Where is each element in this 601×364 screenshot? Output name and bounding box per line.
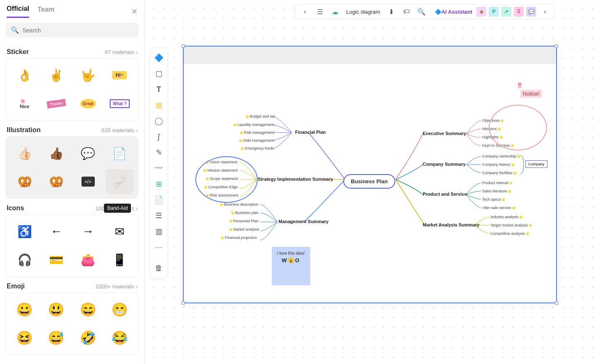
illustration-item[interactable]: 📄 [106, 141, 134, 166]
menu-icon[interactable]: ☰ [314, 5, 326, 18]
emoji-item[interactable]: 😁 [106, 297, 134, 322]
branch-financial[interactable]: Financial Plan [295, 130, 326, 135]
leaf[interactable]: Business plan [231, 211, 259, 215]
leaf[interactable]: Industry analysis [490, 215, 523, 219]
illustration-item[interactable]: 👍🏻 [10, 141, 39, 166]
mindmap-center[interactable]: Business Plan [343, 174, 395, 189]
leaf[interactable]: Company facilities [482, 171, 517, 175]
tool-arrow[interactable]: ↗ [501, 7, 511, 17]
icon-arrow-left[interactable]: ← [42, 219, 70, 244]
leaf[interactable]: Sales literature [482, 189, 512, 193]
canvas-titlebar[interactable] [184, 47, 556, 64]
emoji-item[interactable]: 😀 [10, 297, 39, 322]
branch-executive[interactable]: Executive Summary [423, 131, 466, 136]
emoji-item[interactable]: 😆 [10, 325, 39, 350]
tool-more-icon[interactable]: ⋯ [151, 240, 166, 255]
illustration-item[interactable]: 🥨 [10, 169, 39, 194]
icon-accessibility[interactable]: ♿ [10, 219, 39, 244]
emoji-item[interactable]: 😄 [74, 297, 102, 322]
illustration-item[interactable]: 💬 [74, 141, 102, 166]
leaf[interactable]: Risk assessment [205, 193, 238, 197]
sticker-item[interactable]: Thanks [42, 91, 70, 116]
icon-arrow-right[interactable]: → [74, 219, 102, 244]
leaf[interactable]: Risk management [239, 130, 274, 135]
close-icon[interactable]: ✕ [131, 7, 138, 16]
illustration-item[interactable]: </> [74, 169, 102, 194]
search-icon[interactable]: 🔍 [415, 5, 428, 18]
back-button[interactable]: ‹ [299, 5, 311, 18]
illustration-item[interactable]: 👍🏾 [42, 141, 70, 166]
leaf[interactable]: Budget and tax [245, 114, 275, 118]
sticky-note[interactable]: I love this idea! W😮O [272, 247, 310, 285]
leaf[interactable]: Keys to Success [482, 143, 515, 148]
illustration-item-bandaid[interactable]: 🩹 [106, 169, 134, 194]
sticker-item[interactable]: Great [74, 91, 102, 116]
branch-market[interactable]: Market Analysis Summary [423, 222, 480, 227]
leaf[interactable]: Company ownership [482, 154, 521, 158]
tool-trash-icon[interactable]: 🗑 [151, 261, 166, 275]
leaf[interactable]: Target market analysis [490, 223, 532, 227]
leaf[interactable]: Product manual [482, 181, 513, 185]
leaf[interactable]: Financial projection [220, 236, 257, 240]
leaf[interactable]: Competitive Edge [204, 185, 238, 189]
icon-phone[interactable]: 📱 [106, 247, 134, 272]
diagram-canvas[interactable]: Business Plan Financial Plan Strategy Im… [183, 46, 557, 303]
section-sticker-count[interactable]: 47 materials › [105, 49, 138, 55]
sticker-item[interactable]: 🌸Nice [10, 91, 39, 116]
branch-strategy[interactable]: Strategy Implementation Summary [258, 177, 333, 182]
sticker-item[interactable]: 👌 [10, 63, 39, 88]
resize-handle[interactable] [182, 44, 185, 48]
sticker-item[interactable]: Hi~ [106, 63, 134, 88]
leaf[interactable]: Highlights [482, 135, 503, 139]
search-input[interactable] [22, 27, 133, 34]
leaf[interactable]: Competitive analysis [490, 231, 530, 236]
tag-icon[interactable]: 🏷 [400, 5, 413, 18]
leaf[interactable]: After-sale service [482, 206, 516, 210]
notice-label[interactable]: Notice! [520, 90, 542, 98]
cloud-sync-icon[interactable]: ☁ [329, 5, 341, 18]
emoji-item[interactable]: 😅 [42, 325, 70, 350]
tool-shape-icon[interactable]: ◯ [151, 113, 166, 128]
leaf[interactable]: Emergency funds [240, 146, 274, 150]
leaf[interactable]: Vision statement [205, 160, 237, 164]
tool-doc-icon[interactable]: 📄 [151, 192, 166, 207]
document-title[interactable]: Logic diagram [344, 5, 383, 18]
tool-chat[interactable]: 💬 [526, 7, 536, 17]
icon-card-error[interactable]: 💳 [42, 247, 70, 272]
emoji-item[interactable]: 🤣 [74, 325, 102, 350]
tool-list-icon[interactable]: ☰ [151, 208, 166, 223]
branch-management[interactable]: Management Summary [278, 219, 328, 224]
section-illustration-count[interactable]: 635 materials › [102, 127, 138, 133]
collapse-icon[interactable]: ‹ [539, 5, 551, 18]
leaf[interactable]: Debt management [239, 138, 274, 143]
tool-shape-pink[interactable]: ◆ [476, 7, 486, 17]
tab-official[interactable]: Official [7, 5, 29, 18]
leaf[interactable]: Scope statement [205, 177, 238, 181]
illustration-item[interactable]: 🥨 [42, 169, 70, 194]
tab-team[interactable]: Team [37, 6, 54, 17]
branch-product[interactable]: Product and Service [423, 192, 467, 197]
icon-headset[interactable]: 🎧 [10, 247, 39, 272]
tool-pen-icon[interactable]: ✎ [151, 145, 166, 160]
download-icon[interactable]: ⬇ [385, 5, 398, 18]
tool-note-icon[interactable]: ▦ [151, 98, 166, 113]
branch-company[interactable]: Company Summary [423, 162, 466, 167]
leaf[interactable]: Company history [482, 162, 515, 167]
leaf[interactable]: Missions [482, 127, 501, 131]
sticker-item[interactable]: 🤟 [74, 63, 102, 88]
tool-theme-icon[interactable]: 🔷 [151, 50, 166, 65]
section-emoji-count[interactable]: 1000+ materials › [96, 283, 138, 290]
resize-handle[interactable] [555, 44, 558, 48]
leaf[interactable]: Tech specs [482, 197, 505, 202]
leaf[interactable]: Objectives [482, 118, 504, 123]
leaf[interactable]: Mission statement [203, 168, 238, 172]
tool-columns-icon[interactable]: ▥ [151, 224, 166, 239]
canvas-area[interactable]: ‹ ☰ ☁ Logic diagram ⬇ 🏷 🔍 🔷 AI Assistant… [145, 0, 601, 364]
sticker-item[interactable]: What ? [106, 91, 134, 116]
tool-highlight-icon[interactable]: 〰 [151, 161, 166, 176]
company-tag[interactable]: Company [525, 160, 547, 168]
tool-frame-icon[interactable]: ▢ [151, 66, 166, 81]
leaf[interactable]: Market analysis [229, 227, 259, 231]
icon-wallet[interactable]: 👛 [74, 247, 102, 272]
tool-p[interactable]: P [489, 7, 499, 17]
